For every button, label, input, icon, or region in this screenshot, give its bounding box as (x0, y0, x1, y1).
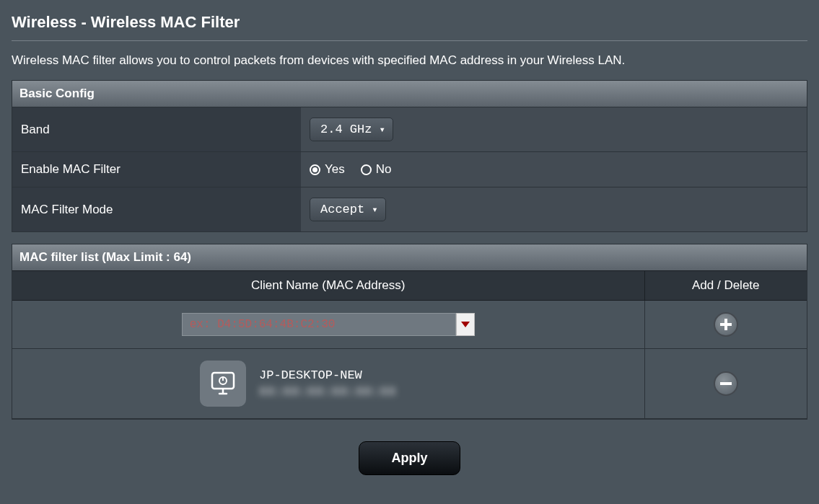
basic-config-header: Basic Config (12, 81, 807, 107)
row-mac-filter-mode: MAC Filter Mode Accept ▾ (12, 187, 807, 232)
enable-yes-label: Yes (325, 162, 345, 177)
plus-icon (719, 317, 733, 332)
col-client-header: Client Name (MAC Address) (12, 271, 644, 301)
enable-radio-group: Yes No (310, 162, 798, 177)
mac-input-wrap (182, 313, 475, 336)
svg-rect-7 (720, 382, 732, 385)
mode-label: MAC Filter Mode (12, 187, 301, 232)
enable-no-radio[interactable]: No (361, 162, 392, 177)
mac-address-input[interactable] (182, 313, 456, 336)
basic-config-panel: Basic Config Band 2.4 GHz ▾ Enable MAC F… (12, 80, 807, 232)
delete-button[interactable] (714, 371, 738, 396)
svg-rect-1 (720, 323, 732, 326)
mac-filter-list-panel: MAC filter list (Max Limit : 64) Client … (12, 244, 807, 420)
mode-select-value: Accept (320, 203, 364, 216)
enable-yes-radio[interactable]: Yes (310, 162, 345, 177)
device-icon (200, 361, 246, 407)
apply-row: Apply (12, 431, 807, 475)
row-enable-mac-filter: Enable MAC Filter Yes No (12, 152, 807, 187)
list-entry-row: JP-DESKTOP-NEW XX:XX:XX:XX:XX:XX (12, 349, 807, 419)
client-mac: XX:XX:XX:XX:XX:XX (259, 385, 396, 399)
minus-icon (719, 376, 733, 391)
basic-config-table: Band 2.4 GHz ▾ Enable MAC Filter Yes (12, 107, 807, 231)
list-input-row (12, 301, 807, 349)
mode-select[interactable]: Accept ▾ (310, 198, 386, 221)
monitor-power-icon (209, 369, 237, 398)
mac-dropdown-button[interactable] (456, 313, 475, 336)
col-action-header: Add / Delete (644, 271, 807, 301)
enable-label: Enable MAC Filter (12, 152, 301, 187)
page-title: Wireless - Wireless MAC Filter (12, 9, 807, 40)
page-description: Wireless MAC filter allows you to contro… (12, 53, 807, 68)
chevron-down-icon: ▾ (372, 203, 377, 216)
mac-filter-list-header: MAC filter list (Max Limit : 64) (12, 244, 807, 270)
radio-icon (361, 164, 372, 175)
apply-button[interactable]: Apply (359, 441, 460, 475)
title-divider (12, 40, 807, 41)
dropdown-triangle-icon (461, 322, 470, 327)
row-band: Band 2.4 GHz ▾ (12, 107, 807, 152)
client-name: JP-DESKTOP-NEW (259, 368, 396, 382)
add-button[interactable] (714, 312, 738, 337)
list-header-row: Client Name (MAC Address) Add / Delete (12, 271, 807, 301)
radio-icon (310, 164, 320, 175)
enable-no-label: No (376, 162, 392, 177)
chevron-down-icon: ▾ (379, 123, 385, 136)
band-label: Band (12, 107, 301, 152)
band-select[interactable]: 2.4 GHz ▾ (310, 118, 393, 141)
client-text: JP-DESKTOP-NEW XX:XX:XX:XX:XX:XX (259, 368, 396, 399)
band-select-value: 2.4 GHz (320, 123, 372, 136)
mac-filter-list-table: Client Name (MAC Address) Add / Delete (12, 270, 807, 419)
client-row: JP-DESKTOP-NEW XX:XX:XX:XX:XX:XX (19, 361, 637, 407)
